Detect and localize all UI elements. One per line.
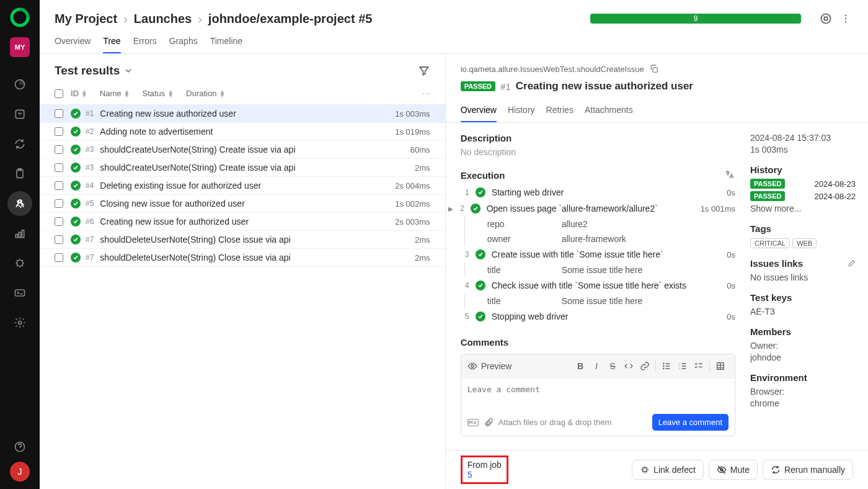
tab-graphs[interactable]: Graphs — [169, 31, 198, 53]
row-checkbox[interactable] — [55, 217, 63, 226]
comment-input[interactable] — [461, 379, 735, 410]
link-defect-button[interactable]: Link defect — [632, 460, 704, 480]
rerun-button[interactable]: Rerun manually — [763, 460, 853, 480]
step-label: Starting web driver — [492, 187, 727, 197]
row-checkbox[interactable] — [55, 181, 63, 190]
table-row[interactable]: #3 shouldCreateUserNote(String) Create i… — [40, 141, 445, 159]
table-row[interactable]: #2 Adding note to advertisement 1s 019ms — [40, 123, 445, 141]
tag-chip[interactable]: WEB — [792, 238, 817, 248]
step-row[interactable]: ▶ 2 Open issues page `allure-framework/a… — [461, 200, 735, 217]
stop-icon[interactable] — [818, 11, 833, 26]
breadcrumb-project[interactable]: My Project — [55, 12, 117, 26]
job-link[interactable]: 5 — [467, 470, 502, 480]
breadcrumb-section[interactable]: Launches — [134, 12, 192, 26]
members-heading: Members — [750, 326, 856, 337]
table-row[interactable]: #3 shouldCreateUserNote(String) Create i… — [40, 159, 445, 177]
step-row[interactable]: 1 Starting web driver 0s — [461, 184, 735, 200]
bold-icon[interactable]: B — [572, 358, 588, 374]
step-row[interactable]: 5 Stopping web driver 0s — [461, 308, 735, 325]
col-name[interactable]: Name▲▼ — [100, 89, 130, 98]
app-logo[interactable] — [10, 7, 30, 27]
step-row[interactable]: 3 Create issue with title `Some issue ti… — [461, 246, 735, 262]
table-row[interactable]: #7 shouldDeleteUserNote(String) Close is… — [40, 249, 445, 267]
sync-icon[interactable] — [7, 132, 32, 156]
table-row[interactable]: #5 Closing new issue for authorized user… — [40, 195, 445, 213]
testplans-icon[interactable] — [7, 161, 32, 186]
test-name: shouldCreateUserNote(String) Create issu… — [100, 163, 415, 173]
testcases-icon[interactable] — [7, 102, 32, 127]
history-row[interactable]: PASSED2024-08-23 — [750, 179, 856, 189]
test-id: #1 — [86, 109, 94, 118]
param-value: Some issue title here — [562, 265, 643, 275]
col-status[interactable]: Status▲▼ — [143, 89, 174, 98]
select-all-checkbox[interactable] — [55, 89, 63, 98]
link-icon[interactable] — [637, 358, 653, 374]
sidebar: MY J — [0, 0, 40, 489]
svg-rect-10 — [16, 290, 25, 296]
table-row[interactable]: #7 shouldDeleteUserNote(String) Close is… — [40, 231, 445, 249]
table-icon[interactable] — [712, 358, 728, 374]
status-passed-icon — [71, 163, 81, 173]
more-icon[interactable] — [838, 11, 853, 26]
row-checkbox[interactable] — [55, 199, 63, 208]
settings-icon[interactable] — [7, 310, 32, 335]
code-icon[interactable] — [621, 358, 637, 374]
mute-button[interactable]: Mute — [709, 460, 758, 480]
ol-icon[interactable] — [675, 358, 691, 374]
more-columns-icon[interactable]: ⋯ — [422, 89, 430, 98]
row-checkbox[interactable] — [55, 109, 63, 118]
show-more-link[interactable]: Show more... — [750, 204, 856, 213]
filter-icon[interactable] — [418, 65, 430, 77]
checklist-icon[interactable] — [691, 358, 707, 374]
help-icon[interactable] — [7, 434, 32, 459]
step-row[interactable]: 4 Check issue with title `Some issue tit… — [461, 277, 735, 294]
strike-icon[interactable]: S — [604, 358, 621, 374]
progress-bar[interactable]: 9 — [590, 14, 801, 24]
table-row[interactable]: #4 Deleting existing issue for authorize… — [40, 177, 445, 195]
svg-rect-7 — [19, 232, 20, 237]
leave-comment-button[interactable]: Leave a comment — [652, 414, 728, 431]
row-checkbox[interactable] — [55, 235, 63, 244]
row-checkbox[interactable] — [55, 163, 63, 172]
history-heading: History — [750, 164, 856, 175]
svg-rect-6 — [16, 235, 17, 238]
chevron-down-icon[interactable] — [123, 66, 133, 76]
chevron-right-icon[interactable]: ▶ — [448, 205, 456, 212]
dtab-attachments[interactable]: Attachments — [585, 101, 633, 122]
dtab-retries[interactable]: Retries — [546, 101, 574, 122]
attach-icon[interactable] — [484, 418, 494, 428]
tag-chip[interactable]: CRITICAL — [750, 238, 790, 248]
edit-icon[interactable] — [847, 259, 856, 268]
dtab-history[interactable]: History — [508, 101, 535, 122]
col-id[interactable]: ID▲▼ — [71, 89, 87, 98]
preview-button[interactable]: Preview — [467, 361, 512, 371]
status-passed-icon — [71, 181, 81, 191]
tab-errors[interactable]: Errors — [133, 31, 157, 53]
table-row[interactable]: #1 Creating new issue authorized user 1s… — [40, 105, 445, 123]
col-duration[interactable]: Duration▲▼ — [186, 89, 225, 98]
tab-overview[interactable]: Overview — [55, 31, 91, 53]
tab-timeline[interactable]: Timeline — [210, 31, 242, 53]
dashboard-icon[interactable] — [7, 72, 32, 97]
tab-tree[interactable]: Tree — [103, 31, 120, 53]
row-checkbox[interactable] — [55, 253, 63, 262]
dtab-overview[interactable]: Overview — [461, 101, 497, 122]
launches-icon[interactable] — [7, 191, 32, 216]
status-passed-icon — [71, 145, 81, 155]
row-checkbox[interactable] — [55, 145, 63, 154]
analytics-icon[interactable] — [7, 221, 32, 246]
row-checkbox[interactable] — [55, 127, 63, 136]
jobs-icon[interactable] — [7, 280, 32, 305]
translate-icon[interactable] — [724, 169, 735, 181]
copy-icon[interactable] — [649, 64, 659, 74]
defects-icon[interactable] — [7, 251, 32, 276]
italic-icon[interactable]: I — [588, 358, 604, 374]
ul-icon[interactable] — [658, 358, 675, 374]
project-badge[interactable]: MY — [10, 37, 30, 57]
history-date: 2024-08-23 — [815, 179, 856, 189]
table-row[interactable]: #6 Creating new issue for authorized use… — [40, 213, 445, 231]
status-badge: PASSED — [750, 191, 785, 201]
history-row[interactable]: PASSED2024-08-22 — [750, 191, 856, 201]
step-param: titleSome issue title here — [464, 294, 735, 308]
user-avatar[interactable]: J — [10, 462, 30, 482]
